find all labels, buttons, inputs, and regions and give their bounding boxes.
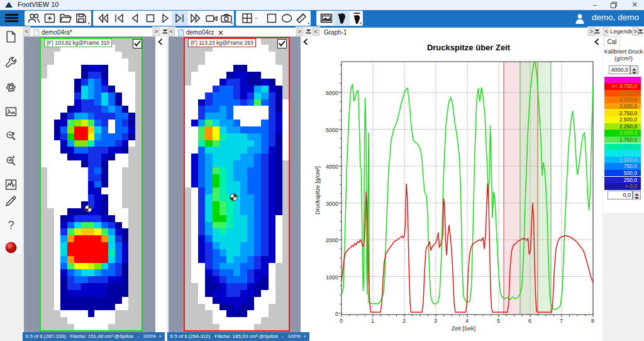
svg-text:?: ? bbox=[8, 218, 14, 232]
